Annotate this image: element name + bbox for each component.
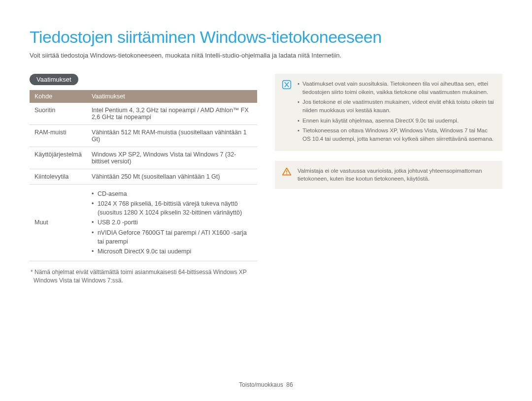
list-item: USB 2.0 -portti — [92, 218, 252, 227]
left-column: Vaatimukset Kohde Vaatimukset Suoritin I… — [30, 74, 257, 284]
row-value-os: Windows XP SP2, Windows Vista tai Window… — [87, 147, 257, 169]
note-item: Tietokoneessa on oltava Windows XP, Wind… — [298, 126, 496, 143]
table-row: Suoritin Intel Pentium 4, 3,2 GHz tai no… — [30, 103, 257, 125]
warning-icon — [282, 167, 292, 177]
requirements-pill: Vaatimukset — [30, 74, 78, 85]
table-row: Käyttöjärjestelmä Windows XP SP2, Window… — [30, 147, 257, 169]
row-label-hdd: Kiintolevytila — [30, 169, 87, 185]
page-subtitle: Voit siirtää tiedostoja Windows-tietokon… — [30, 52, 502, 59]
row-value-other: CD-asema 1024 X 768 pikseliä, 16-bittisi… — [87, 185, 257, 261]
footnote: * Nämä ohjelmat eivät välttämättä toimi … — [30, 268, 257, 285]
row-label-ram: RAM-muisti — [30, 125, 87, 147]
row-label-other: Muut — [30, 185, 87, 261]
table-row: Muut CD-asema 1024 X 768 pikseliä, 16-bi… — [30, 185, 257, 261]
info-box-warning: Valmistaja ei ole vastuussa vaurioista, … — [275, 161, 502, 189]
page-footer: Toisto/muokkaus 86 — [0, 381, 532, 388]
footer-page: 86 — [286, 381, 293, 388]
table-row: Kiintolevytila Vähintään 250 Mt (suosite… — [30, 169, 257, 185]
list-item: CD-asema — [92, 189, 252, 198]
list-item: nVIDIA Geforce 7600GT tai parempi / ATI … — [92, 228, 252, 246]
table-header-col1: Kohde — [30, 90, 87, 103]
row-value-ram: Vähintään 512 Mt RAM-muistia (suositella… — [87, 125, 257, 147]
note-icon — [282, 80, 292, 90]
svg-point-2 — [286, 173, 287, 174]
list-item: Microsoft DirectX 9.0c tai uudempi — [92, 247, 252, 256]
table-row: RAM-muisti Vähintään 512 Mt RAM-muistia … — [30, 125, 257, 147]
table-header-col2: Vaatimukset — [87, 90, 257, 103]
row-label-cpu: Suoritin — [30, 103, 87, 125]
row-label-os: Käyttöjärjestelmä — [30, 147, 87, 169]
requirements-table: Kohde Vaatimukset Suoritin Intel Pentium… — [30, 90, 257, 261]
footer-section: Toisto/muokkaus — [239, 381, 283, 388]
info-box-note: Vaatimukset ovat vain suosituksia. Tieto… — [275, 74, 502, 151]
row-value-cpu: Intel Pentium 4, 3,2 GHz tai nopeampi / … — [87, 103, 257, 125]
list-item: 1024 X 768 pikseliä, 16-bittisiä värejä … — [92, 199, 252, 217]
right-column: Vaatimukset ovat vain suosituksia. Tieto… — [275, 74, 502, 284]
note-item: Ennen kuin käytät ohjelmaa, asenna Direc… — [298, 117, 496, 125]
note-item: Vaatimukset ovat vain suosituksia. Tieto… — [298, 80, 496, 96]
note-item: Jos tietokone ei ole vaatimusten mukaine… — [298, 98, 496, 114]
row-value-hdd: Vähintään 250 Mt (suositellaan vähintään… — [87, 169, 257, 185]
page-title: Tiedostojen siirtäminen Windows-tietokon… — [30, 28, 502, 47]
warning-text: Valmistaja ei ole vastuussa vaurioista, … — [298, 167, 496, 183]
